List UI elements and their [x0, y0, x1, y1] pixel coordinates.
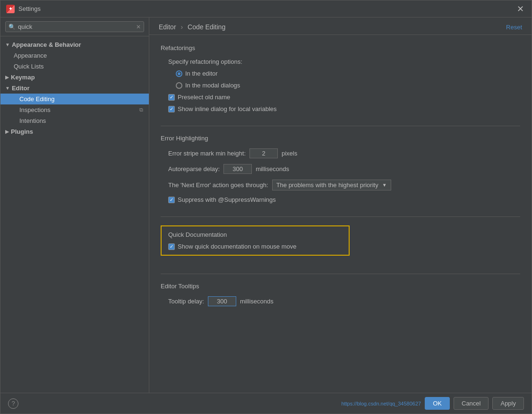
main-content: 🔍 ✕ ▼ Appearance & Behavior Appearance Q… — [0, 17, 532, 393]
preselect-checkbox[interactable] — [168, 94, 175, 101]
divider-2 — [161, 216, 520, 217]
search-input[interactable] — [18, 23, 134, 30]
title-bar: ✦ Settings ✕ — [0, 0, 532, 17]
editor-tooltips-title: Editor Tooltips — [161, 283, 520, 290]
sidebar-item-editor[interactable]: ▼ Editor — [0, 83, 149, 94]
sidebar-item-appearance[interactable]: Appearance — [0, 50, 149, 61]
close-button[interactable]: ✕ — [515, 3, 526, 15]
tooltip-delay-input[interactable] — [208, 296, 236, 306]
sidebar-item-appearance-behavior[interactable]: ▼ Appearance & Behavior — [0, 39, 149, 50]
search-clear-icon[interactable]: ✕ — [136, 24, 141, 30]
copy-icon: ⧉ — [139, 107, 143, 113]
settings-content: Refactorings Specify refactoring options… — [149, 35, 532, 393]
sidebar-item-keymap[interactable]: ▶ Keymap — [0, 72, 149, 83]
stripe-row: Error stripe mark min height: pixels — [161, 148, 520, 158]
right-header: Editor › Code Editing Reset — [149, 17, 532, 35]
triangle-icon-keymap: ▶ — [5, 75, 9, 80]
sidebar-item-code-editing[interactable]: Code Editing — [0, 94, 149, 104]
specify-label-row: Specify refactoring options: — [161, 58, 520, 65]
triangle-icon-plugins: ▶ — [5, 129, 9, 134]
sidebar-item-quick-lists[interactable]: Quick Lists — [0, 61, 149, 72]
error-highlighting-title: Error Highlighting — [161, 135, 520, 142]
sidebar-item-plugins[interactable]: ▶ Plugins — [0, 126, 149, 137]
settings-window: ✦ Settings ✕ 🔍 ✕ ▼ Appearance & Behavior — [0, 0, 532, 414]
quick-doc-highlight-box: Quick Documentation Show quick documenta… — [161, 225, 350, 256]
section-editor-tooltips: Editor Tooltips Tooltip delay: milliseco… — [161, 283, 520, 306]
ok-button[interactable]: OK — [425, 397, 450, 410]
reset-button[interactable]: Reset — [506, 24, 522, 31]
url-hint: https://blog.csdn.net/qq_34580627 — [341, 401, 421, 406]
search-wrapper: 🔍 ✕ — [5, 21, 144, 32]
sidebar-item-intentions[interactable]: Intentions — [0, 115, 149, 126]
footer: ? https://blog.csdn.net/qq_34580627 OK C… — [0, 393, 532, 414]
quick-doc-title: Quick Documentation — [168, 231, 342, 238]
divider-1 — [161, 126, 520, 126]
window-title: Settings — [18, 5, 515, 12]
radio-modal[interactable] — [176, 82, 182, 89]
dropdown-arrow-icon: ▼ — [382, 182, 387, 188]
preselect-row: Preselect old name — [161, 94, 520, 101]
suppress-checkbox[interactable] — [168, 197, 175, 203]
show-quick-doc-row: Show quick documentation on mouse move — [168, 243, 342, 250]
right-panel: Editor › Code Editing Reset Refactorings… — [149, 17, 532, 393]
sidebar: 🔍 ✕ ▼ Appearance & Behavior Appearance Q… — [0, 17, 149, 393]
section-refactorings: Refactorings Specify refactoring options… — [161, 44, 520, 112]
radio-in-editor[interactable] — [176, 70, 182, 77]
stripe-input[interactable] — [249, 148, 278, 158]
next-error-row: The 'Next Error' action goes through: Th… — [161, 180, 520, 190]
refactorings-title: Refactorings — [161, 44, 520, 52]
cancel-button[interactable]: Cancel — [454, 397, 489, 410]
show-quick-doc-checkbox[interactable] — [168, 243, 175, 250]
radio-in-editor-row: In the editor — [161, 70, 520, 77]
autoreparse-input[interactable] — [223, 164, 252, 174]
inline-dialog-row: Show inline dialog for local variables — [161, 105, 520, 112]
section-error-highlighting: Error Highlighting Error stripe mark min… — [161, 135, 520, 203]
next-error-dropdown[interactable]: The problems with the highest priority ▼ — [272, 180, 391, 190]
triangle-icon-editor: ▼ — [5, 86, 10, 91]
nav-tree: ▼ Appearance & Behavior Appearance Quick… — [0, 36, 149, 393]
radio-modal-row: In the modal dialogs — [161, 82, 520, 89]
sidebar-item-inspections[interactable]: Inspections ⧉ — [0, 104, 149, 115]
footer-buttons: https://blog.csdn.net/qq_34580627 OK Can… — [341, 397, 524, 410]
divider-3 — [161, 274, 520, 274]
autoreparse-row: Autoreparse delay: milliseconds — [161, 164, 520, 174]
search-icon: 🔍 — [9, 24, 16, 30]
help-button[interactable]: ? — [8, 398, 18, 409]
triangle-icon: ▼ — [5, 42, 10, 47]
search-bar: 🔍 ✕ — [0, 17, 149, 36]
inline-dialog-checkbox[interactable] — [168, 106, 175, 112]
apply-button[interactable]: Apply — [492, 397, 524, 410]
suppress-row: Suppress with @SuppressWarnings — [161, 196, 520, 203]
tooltip-delay-row: Tooltip delay: milliseconds — [161, 296, 520, 306]
app-icon: ✦ — [6, 5, 15, 13]
breadcrumb: Editor › Code Editing — [159, 23, 225, 31]
section-quick-doc: Quick Documentation Show quick documenta… — [161, 225, 520, 260]
